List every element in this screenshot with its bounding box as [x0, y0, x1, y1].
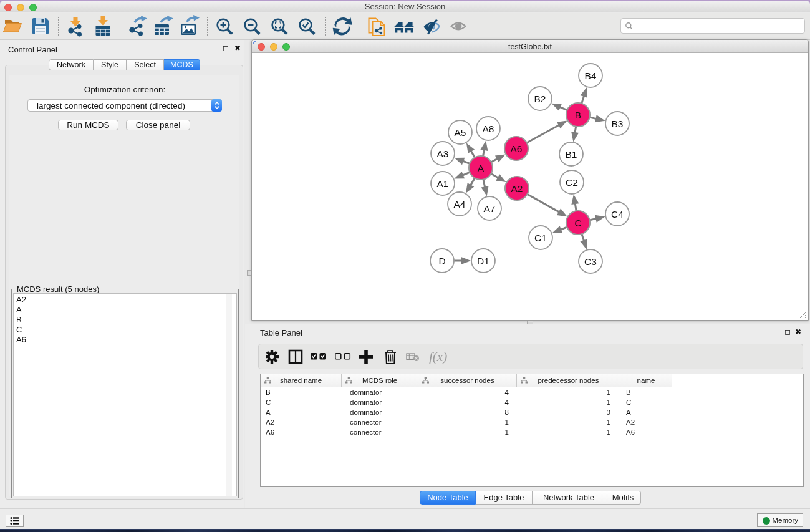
svg-text:A5: A5	[455, 127, 466, 138]
svg-text:A4: A4	[454, 199, 466, 210]
svg-text:B: B	[575, 110, 581, 120]
svg-text:C2: C2	[566, 177, 578, 188]
svg-text:C4: C4	[611, 209, 624, 220]
svg-text:C3: C3	[584, 256, 597, 267]
svg-text:A1: A1	[437, 178, 449, 189]
svg-text:B3: B3	[612, 118, 624, 129]
svg-text:B1: B1	[566, 149, 577, 160]
svg-text:A: A	[478, 163, 485, 173]
svg-text:A6: A6	[511, 143, 523, 154]
svg-text:C1: C1	[534, 233, 547, 243]
svg-text:f(x): f(x)	[429, 349, 447, 364]
svg-text:A2: A2	[511, 183, 523, 194]
svg-text:B2: B2	[534, 94, 546, 104]
svg-text:D: D	[438, 256, 445, 266]
svg-text:A7: A7	[484, 203, 496, 214]
svg-text:D1: D1	[477, 256, 489, 266]
svg-text:B4: B4	[585, 70, 597, 81]
svg-text:C: C	[574, 218, 581, 228]
svg-text:A3: A3	[437, 148, 449, 159]
svg-text:A8: A8	[483, 123, 494, 134]
